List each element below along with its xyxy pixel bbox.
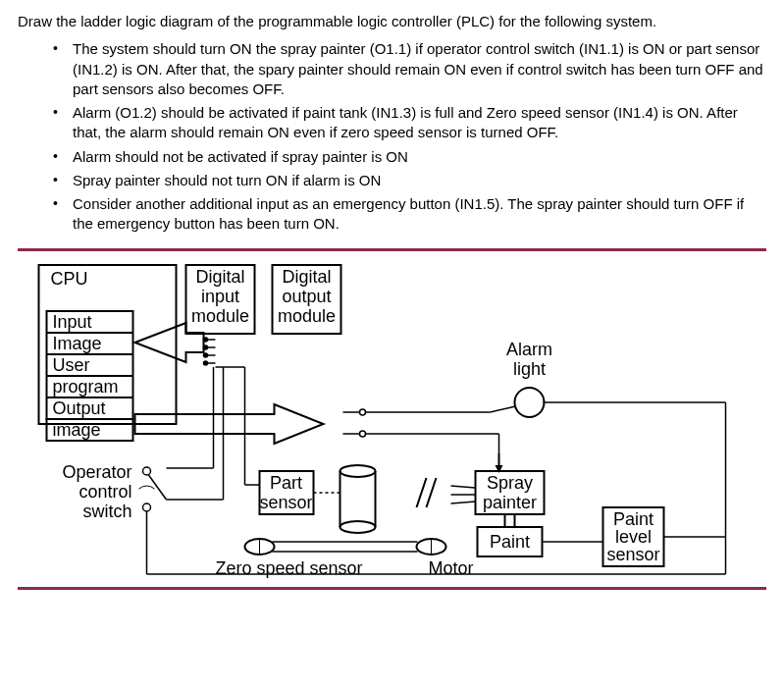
svg-line-51 — [451, 486, 476, 488]
partsensor-l2: sensor — [259, 493, 312, 512]
label: module — [278, 306, 336, 326]
cpu-label: CPU — [51, 269, 88, 289]
label: Digital — [195, 267, 244, 287]
top-divider — [18, 248, 766, 251]
svg-point-28 — [143, 467, 151, 475]
op-switch-l1: Operator — [62, 462, 131, 482]
svg-point-21 — [360, 431, 366, 437]
alarm-label-2: light — [513, 359, 546, 379]
pls-l1: Paint — [613, 509, 653, 529]
list-item: Alarm (O1.2) should be activated if pain… — [49, 103, 766, 143]
list-item: The system should turn ON the spray pain… — [49, 39, 766, 99]
svg-marker-16 — [135, 323, 204, 362]
intro-text: Draw the ladder logic diagram of the pro… — [18, 12, 766, 31]
svg-point-29 — [143, 503, 151, 511]
alarm-label-1: Alarm — [506, 340, 552, 359]
svg-point-23 — [515, 388, 545, 417]
pls-l2: level — [615, 527, 652, 547]
svg-point-43 — [340, 521, 376, 533]
list-item: Alarm should not be activated if spray p… — [49, 147, 766, 167]
svg-line-45 — [427, 478, 437, 507]
list-item: Consider another additional input as an … — [49, 194, 766, 235]
label: Output — [53, 398, 106, 418]
svg-point-19 — [360, 409, 366, 415]
label: module — [191, 306, 249, 326]
op-switch-l2: control — [78, 482, 131, 502]
bottom-divider — [18, 587, 766, 590]
motor-label: Motor — [428, 558, 473, 578]
label: output — [282, 287, 331, 306]
label: input — [201, 287, 239, 306]
requirement-list: The system should turn ON the spray pain… — [18, 39, 766, 234]
zero-speed-label: Zero speed sensor — [215, 558, 362, 578]
system-diagram: CPU Input Image User program Output imag… — [18, 257, 766, 581]
op-switch-l3: switch — [82, 502, 131, 521]
label: image — [53, 420, 101, 440]
label: Input — [53, 312, 92, 332]
label: User — [53, 355, 90, 375]
svg-line-44 — [417, 478, 427, 507]
svg-line-25 — [491, 406, 516, 412]
list-item: Spray painter should not turn ON if alar… — [49, 171, 766, 190]
svg-point-15 — [204, 361, 208, 365]
partsensor-l1: Part — [270, 473, 302, 493]
spray-l1: Spray — [487, 473, 533, 493]
svg-point-13 — [204, 353, 208, 357]
paint-label: Paint — [490, 532, 530, 552]
label: program — [53, 377, 119, 397]
svg-point-40 — [340, 465, 376, 477]
pls-l3: sensor — [606, 545, 659, 564]
svg-line-53 — [451, 502, 476, 503]
spray-l2: painter — [483, 493, 537, 512]
label: Digital — [282, 267, 331, 287]
label: Image — [53, 334, 102, 353]
